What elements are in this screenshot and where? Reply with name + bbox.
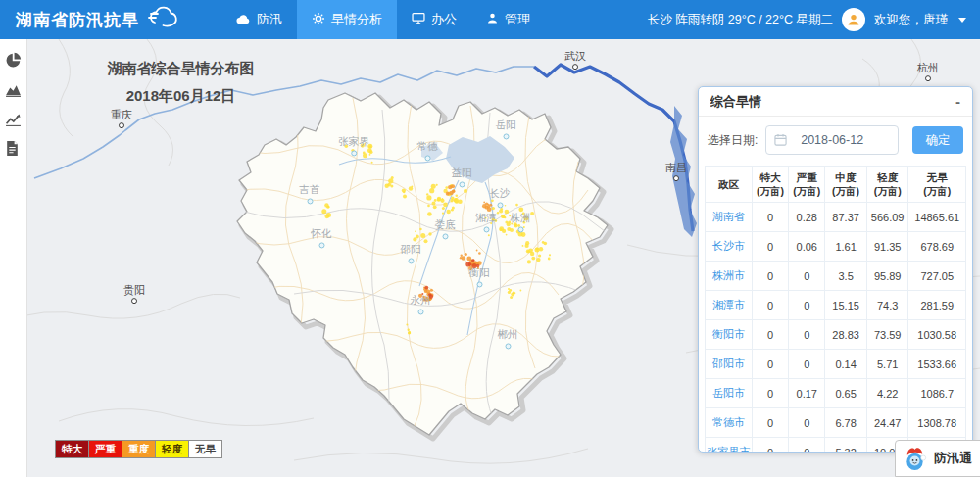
report-icon[interactable] (5, 140, 22, 157)
table-row: 邵阳市000.145.711533.66 (706, 350, 966, 379)
value-cell: 0 (752, 320, 788, 350)
cloud-icon (236, 13, 251, 27)
nav-item-label: 办公 (431, 11, 457, 28)
confirm-button[interactable]: 确定 (912, 126, 963, 154)
value-cell: 0 (789, 350, 825, 379)
value-cell: 0.65 (825, 379, 867, 408)
value-cell: 0 (752, 408, 788, 438)
map-title: 湖南省综合旱情分布图 2018年06月12日 (71, 55, 291, 110)
region-link[interactable]: 张家界市 (706, 438, 753, 453)
value-cell: 281.59 (908, 291, 966, 320)
table-header-cell: 特大(万亩) (752, 167, 788, 203)
nav-item-1[interactable]: 防汛 (221, 0, 297, 39)
value-cell: 91.35 (866, 232, 908, 262)
fangxuntong-launcher[interactable]: 防汛通 (895, 440, 980, 477)
panel-title: 综合旱情 (710, 87, 761, 116)
nav-item-2[interactable]: 旱情分析 (297, 0, 397, 39)
calendar-icon (774, 133, 787, 149)
value-cell: 566.09 (866, 203, 908, 232)
gear-icon (312, 12, 325, 28)
map-title-line2: 2018年06月12日 (71, 82, 291, 110)
legend-item-严重: 严重 (88, 440, 122, 458)
value-cell: 0 (789, 408, 825, 438)
date-value: 2018-06-12 (801, 133, 863, 147)
panel-collapse-button[interactable]: - (956, 94, 960, 109)
mascot-icon (903, 446, 927, 472)
region-link[interactable]: 常德市 (706, 408, 753, 438)
area-chart-icon[interactable] (5, 81, 22, 98)
legend-item-无旱: 无旱 (188, 440, 222, 458)
table-row: 株洲市003.595.89727.05 (706, 262, 966, 291)
app-logo: 湖南省防汛抗旱 (16, 5, 180, 35)
value-cell: 0 (752, 232, 788, 262)
value-cell: 727.05 (908, 262, 966, 291)
app-title: 湖南省防汛抗旱 (16, 9, 139, 31)
value-cell: 678.69 (908, 232, 966, 262)
value-cell: 1030.58 (908, 320, 966, 350)
value-cell: 4.22 (866, 379, 908, 408)
value-cell: 87.37 (825, 203, 867, 232)
monitor-icon (412, 12, 425, 27)
nav-item-3[interactable]: 办公 (397, 0, 471, 39)
value-cell: 0 (789, 262, 825, 291)
map-title-line1: 湖南省综合旱情分布图 (71, 55, 291, 82)
value-cell: 74.3 (866, 291, 908, 320)
value-cell: 1.61 (825, 232, 867, 262)
left-toolbar (0, 39, 27, 477)
region-link[interactable]: 湘潭市 (706, 291, 753, 320)
value-cell: 5.32 (825, 438, 867, 453)
value-cell: 0.14 (825, 350, 867, 379)
region-link[interactable]: 湖南省 (706, 203, 753, 232)
nav-item-label: 管理 (505, 11, 530, 28)
region-link[interactable]: 衡阳市 (706, 320, 753, 350)
value-cell: 0 (752, 438, 788, 453)
drought-legend: 特大严重重度轻度无旱 (56, 440, 222, 458)
legend-item-轻度: 轻度 (155, 440, 189, 458)
trend-chart-icon[interactable] (5, 111, 22, 127)
welcome-text[interactable]: 欢迎您，唐瑾 (874, 12, 948, 28)
table-header-cell: 轻度(万亩) (866, 167, 908, 203)
legend-item-重度: 重度 (122, 440, 156, 458)
pie-chart-icon[interactable] (5, 52, 22, 69)
date-label: 选择日期: (708, 132, 758, 149)
value-cell: 1086.7 (908, 379, 966, 408)
drought-table: 政区特大(万亩)严重(万亩)中度(万亩)轻度(万亩)无旱(万亩) 湖南省00.2… (705, 166, 966, 453)
value-cell: 1308.78 (908, 408, 966, 438)
cloud-logo-icon (145, 5, 180, 35)
value-cell: 0.28 (789, 203, 825, 232)
table-body: 湖南省00.2887.37566.0914865.61长沙市00.061.619… (706, 203, 966, 453)
value-cell: 73.59 (866, 320, 908, 350)
value-cell: 0.06 (789, 232, 825, 262)
region-link[interactable]: 长沙市 (706, 232, 753, 262)
region-link[interactable]: 岳阳市 (706, 379, 753, 408)
nav-item-4[interactable]: 管理 (471, 0, 545, 39)
region-link[interactable]: 邵阳市 (706, 350, 753, 379)
value-cell: 0 (752, 291, 788, 320)
drought-summary-panel: 综合旱情 - 选择日期: 2018-06-12 确定 政区特大(万亩) (698, 86, 973, 453)
nav-menu: 防汛旱情分析办公管理 (221, 0, 545, 39)
navbar-right: 长沙 阵雨转阴 29°C / 22°C 星期二 欢迎您，唐瑾 (648, 8, 966, 31)
value-cell: 0.17 (789, 379, 825, 408)
table-header-cell: 政区 (706, 167, 753, 203)
caret-down-icon[interactable] (958, 18, 966, 23)
date-input[interactable]: 2018-06-12 (765, 125, 899, 155)
table-row: 岳阳市00.170.654.221086.7 (706, 379, 966, 408)
region-link[interactable]: 株洲市 (706, 262, 753, 291)
value-cell: 24.47 (866, 408, 908, 438)
table-header: 政区特大(万亩)严重(万亩)中度(万亩)轻度(万亩)无旱(万亩) (706, 167, 966, 203)
weather-text: 长沙 阵雨转阴 29°C / 22°C 星期二 (648, 12, 833, 28)
value-cell: 0 (789, 438, 825, 453)
value-cell: 95.89 (866, 262, 908, 291)
user-icon (486, 12, 499, 27)
nav-item-label: 防汛 (257, 11, 282, 28)
value-cell: 0 (789, 320, 825, 350)
panel-header: 综合旱情 - (699, 87, 972, 117)
table-row: 常德市006.7824.471308.78 (706, 408, 966, 438)
avatar-person-icon (846, 12, 861, 27)
user-avatar[interactable] (842, 8, 865, 31)
value-cell: 15.15 (825, 291, 867, 320)
top-navbar: 湖南省防汛抗旱 防汛旱情分析办公管理 长沙 阵雨转阴 29°C / 22°C 星… (0, 0, 980, 39)
table-row: 湘潭市0015.1574.3281.59 (706, 291, 966, 320)
value-cell: 0 (789, 291, 825, 320)
table-header-cell: 中度(万亩) (825, 167, 867, 203)
